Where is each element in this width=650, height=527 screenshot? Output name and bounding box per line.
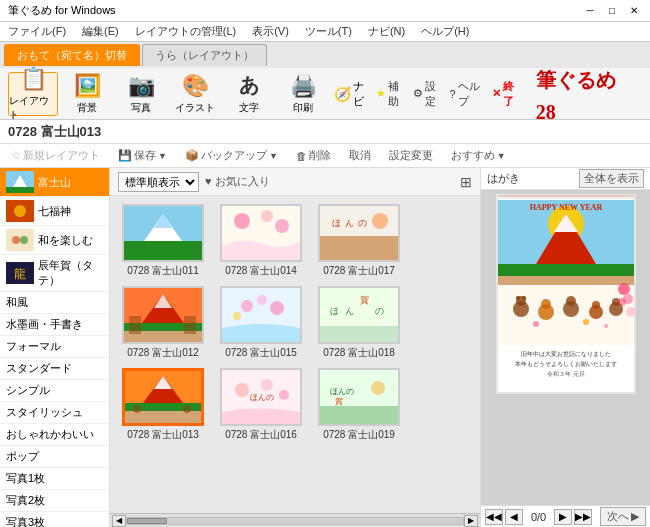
close-button[interactable]: ✕ xyxy=(626,4,642,18)
save-button[interactable]: 💾 保存 ▼ xyxy=(113,146,172,165)
sidebar-item-pop[interactable]: ポップ xyxy=(0,446,109,468)
sidebar-item-fujisan[interactable]: 富士山 xyxy=(0,168,109,197)
menu-help[interactable]: ヘルプ(H) xyxy=(417,24,473,39)
scroll-right-button[interactable]: ▶ xyxy=(464,515,478,527)
qhelp-label: ヘルプ xyxy=(458,79,484,109)
sidebar-item-simple[interactable]: シンプル xyxy=(0,380,109,402)
toolbar: 📋 レイアウト 🖼️ 背景 📷 写真 🎨 イラスト あ 文字 🖨️ 印刷 🧭 xyxy=(0,68,650,120)
sidebar-item-shichifukujin[interactable]: 七福神 xyxy=(0,197,109,226)
template-label-0728013: 0728 富士山013 xyxy=(127,428,199,442)
template-label-0728011: 0728 富士山011 xyxy=(127,264,199,278)
tool-illust-button[interactable]: 🎨 イラスト xyxy=(170,72,220,116)
sidebar-item-nengayo[interactable]: 龍 辰年賀（タテ） xyxy=(0,255,109,292)
template-grid[interactable]: 0728 富士山011 0728 富士山014 xyxy=(110,196,480,513)
template-item-0728016[interactable]: ほんの 0728 富士山016 xyxy=(216,368,306,442)
close-exit-icon: ✕ xyxy=(492,87,501,100)
menu-view[interactable]: 表示(V) xyxy=(248,24,293,39)
sidebar-item-formal[interactable]: フォーマル xyxy=(0,336,109,358)
preview-panel: はがき 全体を表示 xyxy=(480,168,650,527)
template-item-0728013[interactable]: 0728 富士山013 xyxy=(118,368,208,442)
nav-qhelp-btn[interactable]: ? ヘルプ xyxy=(449,79,484,109)
template-item-0728014[interactable]: 0728 富士山014 xyxy=(216,204,306,278)
preview-next-page-button[interactable]: ▶ xyxy=(554,509,572,525)
sidebar-item-suiboku[interactable]: 水墨画・手書き xyxy=(0,314,109,336)
sidebar-item-photo2[interactable]: 写真2枚 xyxy=(0,490,109,512)
recommend-button[interactable]: おすすめ ▼ xyxy=(446,146,511,165)
new-layout-icon: ☆ xyxy=(11,149,21,162)
svg-point-4 xyxy=(14,205,26,217)
template-thumb-0728012 xyxy=(122,286,204,344)
template-item-0728012[interactable]: 0728 富士山012 xyxy=(118,286,208,360)
tool-print-button[interactable]: 🖨️ 印刷 xyxy=(278,72,328,116)
photo-label: 写真 xyxy=(131,101,151,115)
nav-help-btn[interactable]: ★ 補助 xyxy=(376,79,405,109)
template-item-0728017[interactable]: ほ ん の 0728 富士山017 xyxy=(314,204,404,278)
fujisan-thumb-icon xyxy=(6,171,34,193)
sidebar-item-photo3[interactable]: 写真3枚 xyxy=(0,512,109,527)
layout-label: レイアウト xyxy=(9,94,57,122)
template-item-0728011[interactable]: 0728 富士山011 xyxy=(118,204,208,278)
sidebar-item-photo1[interactable]: 写真1枚 xyxy=(0,468,109,490)
star-icon: ★ xyxy=(376,87,386,100)
menu-file[interactable]: ファイル(F) xyxy=(4,24,70,39)
action-bar: ☆ 新規レイアウト 💾 保存 ▼ 📦 バックアップ ▼ 🗑 削除 取消 設定変更… xyxy=(0,144,650,168)
favorite-button[interactable]: ♥ お気に入り xyxy=(205,174,270,189)
settings-change-button[interactable]: 設定変更 xyxy=(384,146,438,165)
menu-edit[interactable]: 編集(E) xyxy=(78,24,123,39)
menu-layout-manage[interactable]: レイアウトの管理(L) xyxy=(131,24,240,39)
sidebar-item-wafuu[interactable]: 和風 xyxy=(0,292,109,314)
grid-horizontal-scrollbar[interactable]: ◀ ▶ xyxy=(110,513,480,527)
photo-icon: 📷 xyxy=(128,73,155,99)
maximize-button[interactable]: □ xyxy=(604,4,620,18)
nav-exit-btn[interactable]: ✕ 終了 xyxy=(492,79,520,109)
delete-button[interactable]: 🗑 削除 xyxy=(291,146,336,165)
template-item-0728015[interactable]: 0728 富士山015 xyxy=(216,286,306,360)
svg-text:賀: 賀 xyxy=(335,397,343,406)
sort-order-select[interactable]: 標準順表示 xyxy=(118,172,199,192)
backup-button[interactable]: 📦 バックアップ ▼ xyxy=(180,146,283,165)
sidebar-item-oshare[interactable]: おしゃれかわいい xyxy=(0,424,109,446)
exit-label: 終了 xyxy=(503,79,520,109)
preview-footer: ◀◀ ◀ 0/0 ▶ ▶▶ 次へ ▶ xyxy=(481,505,650,527)
sidebar-item-watanoshu[interactable]: 和を楽しむ xyxy=(0,226,109,255)
template-label-0728018: 0728 富士山018 xyxy=(323,346,395,360)
scroll-left-button[interactable]: ◀ xyxy=(112,515,126,527)
tool-layout-button[interactable]: 📋 レイアウト xyxy=(8,72,58,116)
menu-navi[interactable]: ナビ(N) xyxy=(364,24,409,39)
tab-back[interactable]: うら（レイアウト） xyxy=(142,44,267,66)
pop-label: ポップ xyxy=(6,449,39,464)
tool-photo-button[interactable]: 📷 写真 xyxy=(116,72,166,116)
new-layout-button[interactable]: ☆ 新規レイアウト xyxy=(6,146,105,165)
sidebar-item-standard[interactable]: スタンダード xyxy=(0,358,109,380)
template-thumb-0728014 xyxy=(220,204,302,262)
tool-background-button[interactable]: 🖼️ 背景 xyxy=(62,72,112,116)
menu-tools[interactable]: ツール(T) xyxy=(301,24,356,39)
nav-navi-btn[interactable]: 🧭 ナビ xyxy=(334,79,368,109)
preview-last-button[interactable]: ▶▶ xyxy=(574,509,592,525)
app-brand-title: 筆ぐるめ28 xyxy=(536,62,622,126)
minimize-button[interactable]: ─ xyxy=(582,4,598,18)
wafuu-label: 和風 xyxy=(6,295,28,310)
tab-front[interactable]: おもて（宛て名）切替 xyxy=(4,44,140,66)
svg-text:HAPPY NEW YEAR: HAPPY NEW YEAR xyxy=(529,203,602,212)
standard-label: スタンダード xyxy=(6,361,72,376)
preview-next-button[interactable]: 次へ ▶ xyxy=(600,507,646,526)
undo-button[interactable]: 取消 xyxy=(344,146,376,165)
scroll-thumb[interactable] xyxy=(127,518,167,524)
template-item-0728019[interactable]: ほんの 賀 0728 富士山019 xyxy=(314,368,404,442)
scroll-track[interactable] xyxy=(126,517,464,525)
next-arrow-icon: ▶ xyxy=(631,510,639,523)
compass-icon: 🧭 xyxy=(334,86,351,102)
preview-first-button[interactable]: ◀◀ xyxy=(485,509,503,525)
view-all-button[interactable]: 全体を表示 xyxy=(579,169,644,188)
preview-prev-button[interactable]: ◀ xyxy=(505,509,523,525)
nav-setting-btn[interactable]: ⚙ 設定 xyxy=(413,79,442,109)
svg-text:ほ: ほ xyxy=(330,306,339,316)
gear-icon: ⚙ xyxy=(413,87,423,100)
watanoshu-label: 和を楽しむ xyxy=(38,233,93,248)
template-item-0728018[interactable]: ほ ん 賀 の 0728 富士山018 xyxy=(314,286,404,360)
svg-text:本年もどうぞよろしくお願いたします: 本年もどうぞよろしくお願いたします xyxy=(515,361,617,368)
grid-view-button[interactable]: ⊞ xyxy=(460,174,472,190)
tool-text-button[interactable]: あ 文字 xyxy=(224,72,274,116)
sidebar-item-stylish[interactable]: スタイリッシュ xyxy=(0,402,109,424)
